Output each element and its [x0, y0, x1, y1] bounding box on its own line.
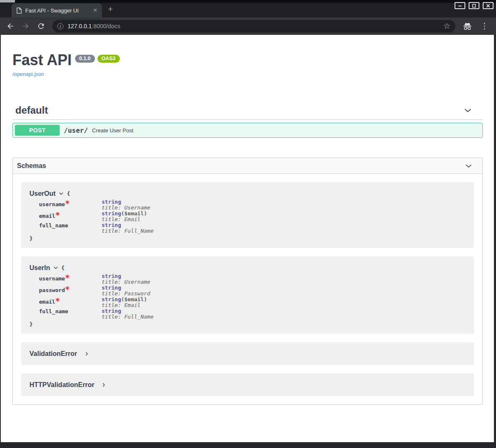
property-name: email*: [39, 211, 102, 222]
schema-model-httpvalidationerror: HTTPValidationError: [21, 373, 474, 396]
oas3-badge: OAS3: [97, 55, 120, 63]
required-star: *: [65, 285, 70, 294]
model-properties: username*stringtitle: Usernamepassword*s…: [29, 273, 466, 320]
required-star: *: [65, 273, 70, 282]
window-right-edge: [494, 35, 496, 442]
model-toggle[interactable]: ValidationError: [29, 349, 466, 358]
window-top-notch: [0, 0, 15, 2]
property-name: full_name: [39, 308, 102, 320]
incognito-icon: [462, 22, 472, 30]
api-info-header: Fast API0.1.0OAS3 /openapi.json: [12, 35, 483, 78]
api-badges: 0.1.0OAS3: [75, 55, 120, 63]
tag-section-default[interactable]: default: [12, 101, 483, 120]
required-star: *: [55, 296, 60, 305]
model-properties: username*stringtitle: Usernameemail*stri…: [29, 198, 466, 234]
swagger-page: Fast API0.1.0OAS3 /openapi.json default …: [0, 35, 496, 442]
back-icon[interactable]: [6, 22, 15, 30]
tag-label: default: [15, 105, 464, 116]
property-title: title: Username: [102, 279, 150, 285]
operation-path: /user/: [64, 127, 88, 134]
property-title: title: Email: [102, 217, 147, 222]
window-left-edge: [0, 35, 1, 442]
property-type-line: string: [102, 308, 153, 314]
property-format: ($email): [121, 296, 147, 302]
property-info: stringtitle: Full_Name: [102, 222, 153, 234]
page-document-icon: [17, 7, 22, 14]
browser-tab[interactable]: Fast API - Swagger UI ×: [12, 3, 102, 17]
property-info: stringtitle: Full_Name: [102, 308, 153, 320]
property-title: title: Full_Name: [102, 314, 153, 320]
window-bottom-edge: [0, 442, 496, 448]
forward-icon[interactable]: [22, 22, 30, 30]
open-brace: {: [67, 190, 70, 197]
property-info: string($email)title: Email: [102, 297, 147, 308]
models-list: UserOut{username*stringtitle: Usernameem…: [13, 174, 482, 404]
url-host: 127.0.0.1: [68, 23, 92, 29]
property-format: ($email): [121, 210, 147, 217]
property-row: email*string($email)title: Email: [39, 297, 466, 308]
property-type: string: [102, 285, 121, 291]
schema-model-validationerror: ValidationError: [21, 342, 474, 365]
property-title: title: Password: [102, 291, 150, 297]
browser-menu-icon[interactable]: ⋮: [479, 22, 490, 30]
property-title: title: Full_Name: [102, 228, 153, 234]
operation-post-user[interactable]: POST /user/ Create User Post: [12, 123, 483, 138]
operation-summary: Create User Post: [92, 127, 134, 134]
window-top-edge: [0, 0, 496, 3]
property-row: password*stringtitle: Password: [39, 285, 466, 297]
property-row: username*stringtitle: Username: [39, 273, 466, 285]
property-type: string: [102, 273, 121, 279]
property-info: stringtitle: Username: [102, 273, 150, 285]
address-bar[interactable]: i 127.0.0.1:8000/docs ☆: [52, 20, 455, 32]
chevron-down-icon: [464, 106, 472, 114]
model-toggle[interactable]: HTTPValidationError: [29, 380, 466, 390]
new-tab-button[interactable]: +: [108, 5, 113, 13]
reload-icon[interactable]: [37, 22, 45, 30]
chevron-down-icon: [465, 162, 472, 170]
property-row: email*string($email)title: Email: [39, 211, 466, 222]
property-name: full_name: [39, 222, 102, 234]
property-type: string: [102, 296, 121, 302]
property-type-line: string: [102, 285, 150, 291]
maximize-button[interactable]: [469, 2, 479, 9]
url-path: :8000/docs: [92, 23, 120, 29]
property-type-line: string($email): [102, 211, 147, 217]
property-type: string: [102, 210, 121, 217]
open-brace: {: [61, 265, 65, 271]
chevron-down-icon: [53, 265, 58, 270]
required-star: *: [65, 199, 70, 208]
http-method-badge: POST: [15, 125, 60, 136]
property-type-line: string: [102, 273, 150, 279]
bookmark-star-icon[interactable]: ☆: [443, 22, 450, 30]
minimize-button[interactable]: [455, 2, 465, 9]
model-toggle[interactable]: UserIn{: [29, 263, 466, 273]
property-info: string($email)title: Email: [102, 211, 147, 222]
required-star: *: [55, 210, 60, 219]
property-row: full_namestringtitle: Full_Name: [39, 308, 466, 320]
model-name: HTTPValidationError: [29, 381, 94, 389]
chevron-down-icon: [58, 191, 64, 196]
openapi-spec-link[interactable]: /openapi.json: [12, 71, 44, 77]
model-toggle[interactable]: UserOut{: [29, 189, 466, 198]
schema-model-userout: UserOut{username*stringtitle: Usernameem…: [21, 182, 474, 248]
property-info: stringtitle: Username: [102, 199, 150, 211]
site-info-icon[interactable]: i: [57, 23, 63, 29]
property-info: stringtitle: Password: [102, 285, 150, 297]
chevron-right-icon: [101, 382, 106, 387]
property-row: username*stringtitle: Username: [39, 199, 466, 211]
property-title: title: Email: [102, 302, 147, 308]
tab-title: Fast API - Swagger UI: [25, 7, 89, 14]
browser-window: Fast API - Swagger UI × + i: [0, 0, 496, 448]
close-window-button[interactable]: [483, 2, 494, 9]
schema-model-userin: UserIn{username*stringtitle: Usernamepas…: [21, 256, 474, 334]
property-type: string: [102, 222, 121, 228]
property-row: full_namestringtitle: Full_Name: [39, 222, 466, 234]
close-brace: }: [29, 321, 466, 327]
tab-close-icon[interactable]: ×: [92, 7, 98, 13]
property-name: username*: [39, 199, 102, 211]
schemas-header[interactable]: Schemas: [13, 158, 482, 174]
property-name: username*: [39, 273, 102, 285]
schemas-label: Schemas: [17, 162, 465, 170]
property-name: email*: [39, 297, 102, 308]
schemas-section: Schemas UserOut{username*stringtitle: Us…: [12, 158, 483, 405]
